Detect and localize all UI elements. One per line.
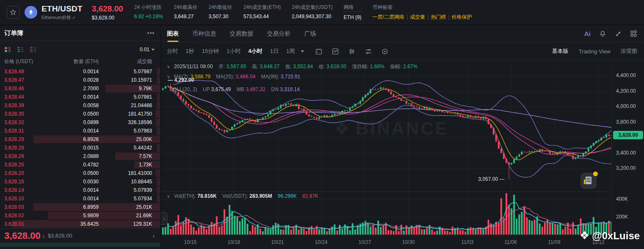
date-range-icon[interactable] — [315, 48, 322, 55]
tab-图表[interactable]: 图表 — [167, 25, 179, 42]
interval-1日[interactable]: 1日 — [270, 47, 278, 55]
ask-price: 3,628.31 — [4, 128, 53, 134]
ticker-stat: 24h成交量(USDT)2,049,943,307.30 — [291, 4, 333, 19]
tab-广场[interactable]: 广场 — [304, 25, 316, 42]
ask-depth-bar — [157, 127, 160, 135]
ask-row[interactable]: 3,628.440.00145.07981 — [0, 93, 161, 101]
ask-total: 10.88445 — [99, 179, 152, 185]
interval-分时[interactable]: 分时 — [167, 47, 178, 55]
precision-dropdown[interactable]: 0.01 — [140, 47, 155, 53]
last-price-usd: $3,628.00 — [92, 15, 123, 21]
mode-深度图[interactable]: 深度图 — [621, 47, 637, 55]
date-tick: 11/06 — [504, 239, 516, 245]
ask-total: 21.04466 — [99, 102, 152, 108]
ask-row[interactable]: 3,628.480.00145.07987 — [0, 67, 161, 76]
tab-币种信息[interactable]: 币种信息 — [192, 25, 216, 42]
orderbook-last-price: 3,628.00 — [4, 230, 41, 241]
ask-row[interactable]: 3,628.462.70009.79K — [0, 84, 161, 93]
symbol-subtitle[interactable]: Ethereum价格↗ — [42, 14, 83, 21]
ticker-stats: 24 小时涨跌6.92 +0.19%24h最高价3,648.2724h最低价3,… — [134, 4, 472, 21]
ask-row[interactable]: 3,628.200.0500181.41000 — [0, 169, 161, 177]
ask-row[interactable]: 3,628.036.895925.01K — [0, 203, 161, 211]
ask-total: 9.79K — [99, 86, 152, 91]
resize-icon[interactable] — [615, 30, 622, 37]
ask-depth-bar — [155, 119, 160, 126]
interval-1周[interactable]: 1周 — [286, 47, 294, 55]
ask-row[interactable]: 3,628.140.00145.07939 — [0, 186, 161, 194]
ask-total: 5.44242 — [99, 145, 152, 151]
collapse-chevron-icon[interactable]: ∨ — [167, 64, 170, 69]
interval-1小时[interactable]: 1小时 — [227, 47, 241, 55]
price-axis[interactable]: 4,400.004,200.004,000.003,800.003,400.00… — [611, 61, 644, 235]
mode-Trading View[interactable]: Trading View — [579, 48, 611, 55]
ask-price: 3,628.10 — [4, 196, 53, 202]
ask-row[interactable]: 3,628.025.980921.69K — [0, 211, 161, 220]
chevron-right-icon[interactable]: › — [153, 232, 155, 239]
chart-style-icon[interactable] — [332, 48, 339, 55]
low-price-label: 3,057.00 — — [450, 176, 505, 182]
volume-pane-expand-tab[interactable]: › — [161, 212, 167, 225]
binance-logo-icon: ❖ — [334, 118, 352, 139]
stat-value: 6.92 +0.19% — [134, 14, 163, 19]
ask-price: 3,628.44 — [4, 94, 53, 100]
interval-15分钟[interactable]: 15分钟 — [202, 47, 219, 55]
ask-price: 3,628.47 — [4, 77, 53, 83]
col-price: 价格 (USDT) — [4, 58, 53, 67]
ask-price: 3,628.26 — [4, 153, 53, 159]
ask-row[interactable]: 3,628.320.0899326.18596 — [0, 118, 161, 127]
orderbook-more-icon[interactable]: ••• — [147, 30, 155, 36]
orderbook-last-price-row: 3,628.00 ↓ $3,628.00 › — [0, 228, 161, 243]
ask-row[interactable]: 3,628.280.00155.44242 — [0, 144, 161, 152]
ask-price: 3,628.39 — [4, 102, 53, 108]
ai-assistant-icon[interactable]: Ai — [584, 30, 591, 37]
settings-target-icon[interactable] — [381, 48, 389, 55]
interval-dropdown-icon[interactable] — [301, 50, 304, 53]
news-accent-bar — [584, 180, 585, 184]
favorite-star-button[interactable] — [7, 6, 19, 19]
orderbook-mode-bids-icon[interactable] — [17, 46, 24, 53]
interval-1秒[interactable]: 1秒 — [186, 47, 194, 55]
ask-price: 3,628.20 — [4, 170, 53, 176]
bell-icon[interactable] — [599, 30, 606, 37]
ask-row[interactable]: 3,628.0135.6425129.31K — [0, 220, 161, 228]
coin-tag-link[interactable]: 热门榜 — [431, 14, 446, 20]
ohlc-info-line: ∨ 2025/11/11 08:00 开: 3,567.85 高: 3,648.… — [167, 63, 417, 70]
ask-row[interactable]: 3,628.470.002810.15971 — [0, 76, 161, 84]
ask-row[interactable]: 3,628.250.47821.73K — [0, 160, 161, 169]
ask-row[interactable]: 3,628.296.892625.00K — [0, 135, 161, 144]
ask-row[interactable]: 3,628.390.005821.04466 — [0, 101, 161, 110]
user-watermark: ❖@0xLuise — [580, 229, 640, 242]
ticker-stat: 24 小时涨跌6.92 +0.19% — [134, 4, 163, 19]
layout-grid-icon[interactable] — [630, 30, 637, 37]
orderbook-mode-asks-icon[interactable] — [30, 46, 36, 53]
star-icon — [10, 9, 17, 16]
chart-toolbar: 分时1秒15分钟1小时4小时1日1周 基本版Trading View深度图 — [161, 42, 644, 61]
news-feed-button[interactable] — [580, 173, 597, 189]
mode-基本版[interactable]: 基本版 — [552, 47, 569, 55]
stat-label: 24 小时涨跌 — [134, 4, 163, 11]
collapse-chevron-icon[interactable]: ∨ — [167, 194, 170, 199]
orderbook-mode-both-icon[interactable] — [4, 46, 11, 53]
ask-row[interactable]: 3,628.310.00145.07963 — [0, 127, 161, 135]
coin-tag-link[interactable]: 成交量 — [410, 14, 425, 20]
ask-row[interactable]: 3,628.262.08897.57K — [0, 152, 161, 160]
ask-amount: 0.0028 — [53, 77, 99, 83]
ask-amount: 0.0014 — [53, 128, 99, 134]
tab-交易数据[interactable]: 交易数据 — [230, 25, 253, 42]
price-tick: 4,400.00 — [616, 72, 636, 78]
ask-row[interactable]: 3,628.350.0500181.41750 — [0, 110, 161, 118]
stat-value: ETH (9) — [344, 14, 361, 20]
tag-separator: | — [427, 14, 429, 20]
ask-depth-bar — [155, 110, 160, 118]
indicator-icon[interactable] — [365, 48, 372, 55]
ask-amount: 35.6425 — [53, 221, 99, 227]
ask-row[interactable]: 3,628.100.00145.07934 — [0, 194, 161, 203]
tab-交易分析[interactable]: 交易分析 — [267, 25, 291, 42]
coin-tag-link[interactable]: 一层/二层网络 — [372, 14, 404, 20]
candle-style-icon[interactable] — [348, 48, 355, 55]
ask-row[interactable]: 3,628.150.003010.88445 — [0, 177, 161, 186]
coin-tag-link[interactable]: 价格保护 — [452, 14, 472, 20]
interval-4小时[interactable]: 4小时 — [248, 47, 262, 55]
header-icons: Ai — [584, 30, 637, 37]
time-axis[interactable]: 10/1510/1810/2110/2410/2710/3011/0311/06… — [161, 235, 644, 249]
